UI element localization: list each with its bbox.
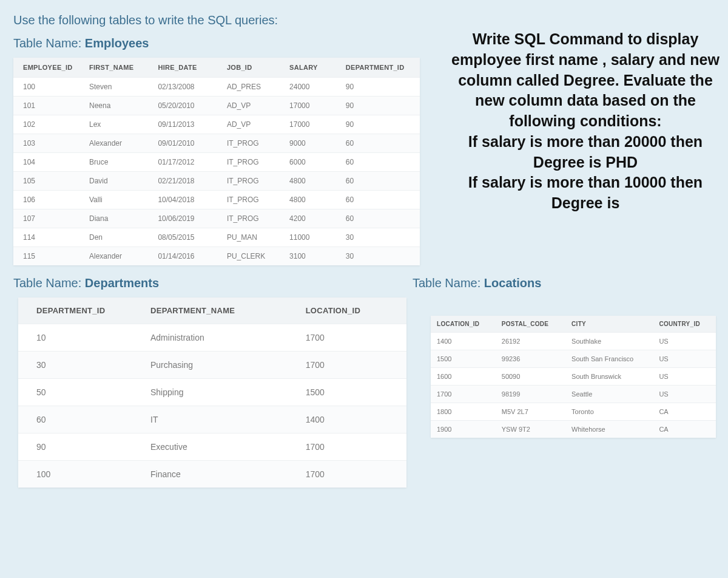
cell: Neena [82, 97, 150, 115]
cell: 105 [13, 172, 82, 191]
col-header: POSTAL_CODE [496, 316, 565, 333]
cell: 60 [339, 209, 420, 228]
cell: 10/06/2019 [150, 209, 219, 228]
cell: 30 [18, 352, 140, 379]
cell: 99236 [496, 350, 565, 368]
cell: 1700 [431, 386, 496, 403]
label-prefix: Table Name: [13, 276, 85, 290]
cell: 104 [13, 153, 82, 172]
table-row: 103Alexander09/01/2010IT_PROG900060 [13, 134, 420, 153]
table-row: 100Steven02/13/2008AD_PRES2400090 [13, 78, 420, 97]
cell: 1500 [295, 379, 406, 406]
cell: 1900 [431, 421, 496, 438]
cell: IT_PROG [220, 172, 282, 191]
table-row: 100Finance1700 [18, 461, 406, 488]
cell: IT [140, 406, 295, 433]
label-prefix: Table Name: [13, 36, 85, 50]
cell: 60 [339, 172, 420, 191]
cell: 101 [13, 97, 82, 115]
cell: AD_VP [220, 97, 282, 115]
cell: 02/13/2008 [150, 78, 219, 97]
cell: IT_PROG [220, 191, 282, 209]
table-row: 140026192SouthlakeUS [431, 333, 716, 350]
cell: 1700 [295, 352, 406, 379]
table-row: 170098199SeattleUS [431, 386, 716, 403]
cell: 1700 [295, 461, 406, 488]
cell: 02/21/2018 [150, 172, 219, 191]
table-employees: EMPLOYEE_ID FIRST_NAME HIRE_DATE JOB_ID … [13, 58, 420, 265]
cell: 05/20/2010 [150, 97, 219, 115]
table-row: 50Shipping1500 [18, 379, 406, 406]
cell: Valli [82, 191, 150, 209]
table-row: 114Den08/05/2015PU_MAN1100030 [13, 228, 420, 247]
cell: 1400 [295, 406, 406, 433]
cell: 01/17/2012 [150, 153, 219, 172]
cell: 08/05/2015 [150, 228, 219, 247]
question-text: Write SQL Command to display employee fi… [449, 29, 722, 214]
cell: 100 [18, 461, 140, 488]
cell: 50090 [496, 368, 565, 386]
cell: 30 [339, 228, 420, 247]
cell: Toronto [565, 403, 653, 421]
table-row: 106Valli10/04/2018IT_PROG480060 [13, 191, 420, 209]
cell: 9000 [282, 134, 339, 153]
cell: M5V 2L7 [496, 403, 565, 421]
table-row: 115Alexander01/14/2016PU_CLERK310030 [13, 247, 420, 266]
cell: 100 [13, 78, 82, 97]
cell: 103 [13, 134, 82, 153]
cell: 1400 [431, 333, 496, 350]
cell: 60 [339, 191, 420, 209]
label-name: Employees [85, 36, 149, 50]
table-row: 105David02/21/2018IT_PROG480060 [13, 172, 420, 191]
cell: 4800 [282, 191, 339, 209]
table-row: 10Administration1700 [18, 324, 406, 352]
cell: PU_MAN [220, 228, 282, 247]
cell: 102 [13, 115, 82, 134]
col-header: HIRE_DATE [150, 58, 219, 78]
label-employees: Table Name: Employees [13, 36, 149, 50]
col-header: LOCATION_ID [431, 316, 496, 333]
table-locations: LOCATION_ID POSTAL_CODE CITY COUNTRY_ID … [431, 316, 716, 438]
table-row: 102Lex09/11/2013AD_VP1700090 [13, 115, 420, 134]
cell: Den [82, 228, 150, 247]
cell: 3100 [282, 247, 339, 266]
cell: Bruce [82, 153, 150, 172]
col-header: EMPLOYEE_ID [13, 58, 82, 78]
cell: South Brunswick [565, 368, 653, 386]
intro-text: Use the following tables to write the SQ… [13, 13, 278, 27]
cell: Southlake [565, 333, 653, 350]
col-header: SALARY [282, 58, 339, 78]
cell: 60 [18, 406, 140, 433]
cell: 4200 [282, 209, 339, 228]
cell: 17000 [282, 115, 339, 134]
cell: CA [653, 403, 716, 421]
col-header: DEPARTMENT_NAME [140, 298, 295, 324]
cell: Executive [140, 433, 295, 461]
label-name: Departments [85, 276, 159, 290]
cell: Purchasing [140, 352, 295, 379]
cell: 6000 [282, 153, 339, 172]
cell: 1600 [431, 368, 496, 386]
cell: 17000 [282, 97, 339, 115]
cell: 115 [13, 247, 82, 266]
cell: 106 [13, 191, 82, 209]
cell: IT_PROG [220, 134, 282, 153]
cell: 98199 [496, 386, 565, 403]
table-row: 1900YSW 9T2WhitehorseCA [431, 421, 716, 438]
cell: David [82, 172, 150, 191]
cell: 90 [18, 433, 140, 461]
cell: 26192 [496, 333, 565, 350]
cell: 1800 [431, 403, 496, 421]
cell: 1500 [431, 350, 496, 368]
table-row: 60IT1400 [18, 406, 406, 433]
cell: 114 [13, 228, 82, 247]
label-prefix: Table Name: [413, 276, 484, 290]
table-row: 90Executive1700 [18, 433, 406, 461]
cell: 30 [339, 247, 420, 266]
table-row: 101Neena05/20/2010AD_VP1700090 [13, 97, 420, 115]
table-row: 107Diana10/06/2019IT_PROG420060 [13, 209, 420, 228]
col-header: DEPARTMENT_ID [339, 58, 420, 78]
cell: Seattle [565, 386, 653, 403]
cell: AD_PRES [220, 78, 282, 97]
table-row: 160050090South BrunswickUS [431, 368, 716, 386]
